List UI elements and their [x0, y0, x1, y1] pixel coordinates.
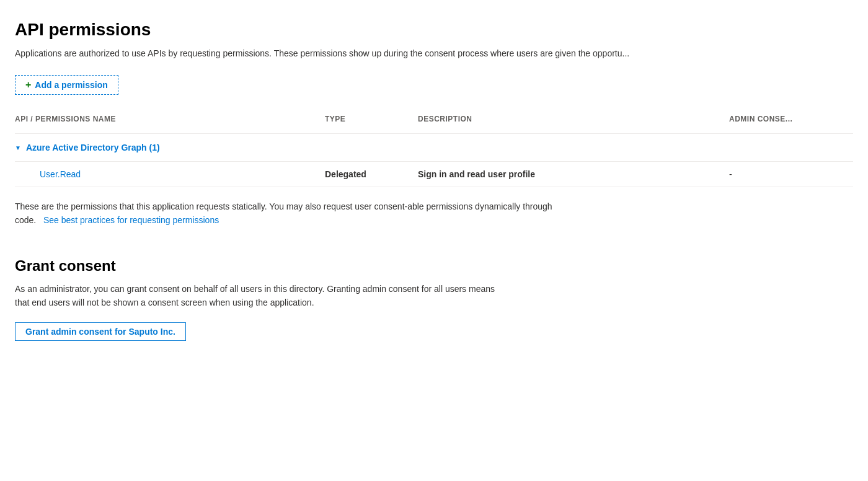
page-container: API permissions Applications are authori… — [0, 0, 868, 366]
static-permissions-note: These are the permissions that this appl… — [15, 200, 573, 227]
grant-consent-title: Grant consent — [15, 257, 853, 275]
chevron-down-icon: ▼ — [15, 144, 21, 151]
header-type: TYPE — [325, 110, 418, 128]
group-label-azure-ad-graph: Azure Active Directory Graph (1) — [26, 143, 160, 152]
permission-row-user-read: User.Read Delegated Sign in and read use… — [15, 162, 853, 187]
page-title: API permissions — [15, 20, 853, 40]
grant-admin-consent-button[interactable]: Grant admin consent for Saputo Inc. — [15, 322, 186, 341]
grant-consent-section: Grant consent As an administrator, you c… — [15, 257, 853, 341]
add-permission-button[interactable]: + Add a permission — [15, 75, 118, 95]
group-row-azure-ad-graph[interactable]: ▼ Azure Active Directory Graph (1) — [15, 134, 853, 162]
best-practices-link[interactable]: See best practices for requesting permis… — [43, 215, 219, 225]
header-admin-consent: ADMIN CONSE... — [729, 110, 853, 128]
permission-name-user-read[interactable]: User.Read — [15, 169, 325, 179]
permissions-table: API / PERMISSIONS NAME TYPE DESCRIPTION … — [15, 110, 853, 187]
add-permission-label: Add a permission — [35, 80, 107, 90]
permission-type-user-read: Delegated — [325, 169, 418, 179]
permission-description-user-read: Sign in and read user profile — [418, 169, 729, 179]
header-description: DESCRIPTION — [418, 110, 729, 128]
table-header: API / PERMISSIONS NAME TYPE DESCRIPTION … — [15, 110, 853, 134]
permission-admin-consent-user-read: - — [729, 169, 853, 179]
page-description: Applications are authorized to use APIs … — [15, 47, 853, 60]
grant-consent-description: As an administrator, you can grant conse… — [15, 282, 511, 310]
grant-admin-consent-label: Grant admin consent for Saputo Inc. — [25, 327, 175, 337]
header-api-permissions-name: API / PERMISSIONS NAME — [15, 110, 325, 128]
plus-icon: + — [25, 79, 31, 90]
group-name-azure-ad-graph[interactable]: ▼ Azure Active Directory Graph (1) — [15, 143, 325, 152]
